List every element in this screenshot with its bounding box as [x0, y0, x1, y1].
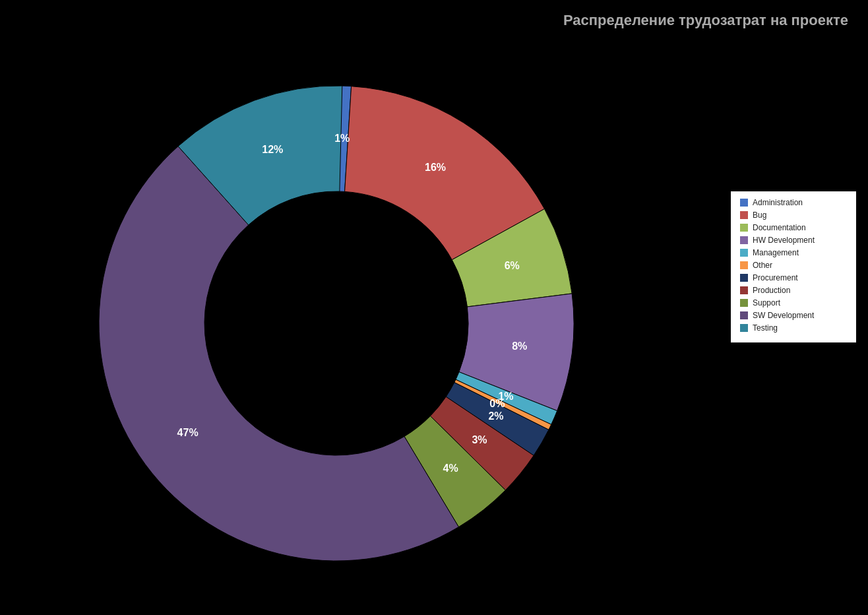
legend-color-box	[740, 324, 748, 332]
legend-label: Bug	[753, 210, 766, 220]
svg-text:3%: 3%	[472, 434, 487, 445]
legend-color-box	[740, 236, 748, 244]
legend-item: HW Development	[740, 236, 847, 245]
legend-color-box	[740, 224, 748, 232]
legend-color-box	[740, 199, 748, 207]
svg-text:16%: 16%	[425, 162, 446, 173]
legend-item: Production	[740, 286, 847, 295]
legend-item: Support	[740, 298, 847, 308]
donut-chart: 1%16%6%8%1%0%2%3%4%47%12%	[13, 40, 706, 600]
legend-label: Procurement	[753, 273, 798, 282]
svg-text:12%: 12%	[262, 144, 283, 155]
svg-text:6%: 6%	[505, 260, 520, 271]
svg-text:2%: 2%	[488, 410, 503, 422]
legend-item: Bug	[740, 210, 847, 220]
svg-text:47%: 47%	[177, 427, 199, 438]
legend-color-box	[740, 249, 748, 257]
legend-item: SW Development	[740, 311, 847, 320]
svg-text:0%: 0%	[489, 398, 505, 409]
legend-color-box	[740, 211, 748, 219]
legend-label: Support	[753, 298, 780, 308]
legend-item: Procurement	[740, 273, 847, 282]
legend-label: Production	[753, 286, 790, 295]
svg-text:8%: 8%	[512, 340, 527, 352]
svg-text:4%: 4%	[443, 463, 458, 474]
legend-color-box	[740, 286, 748, 294]
legend-color-box	[740, 311, 748, 319]
legend-label: Other	[753, 261, 772, 270]
legend-color-box	[740, 299, 748, 307]
legend-color-box	[740, 261, 748, 269]
legend-item: Testing	[740, 323, 847, 333]
legend-label: SW Development	[753, 311, 814, 320]
legend-item: Documentation	[740, 223, 847, 232]
legend-label: HW Development	[753, 236, 815, 245]
legend-item: Administration	[740, 198, 847, 207]
legend-label: Management	[753, 248, 799, 257]
legend: AdministrationBugDocumentationHW Develop…	[731, 191, 856, 342]
legend-label: Testing	[753, 323, 778, 333]
legend-label: Administration	[753, 198, 803, 207]
legend-item: Other	[740, 261, 847, 270]
legend-item: Management	[740, 248, 847, 257]
legend-label: Documentation	[753, 223, 806, 232]
svg-text:1%: 1%	[334, 133, 350, 144]
chart-title: Распределение трудозатрат на проекте	[563, 12, 848, 29]
chart-container: Распределение трудозатрат на проекте 1%1…	[0, 0, 868, 615]
legend-color-box	[740, 274, 748, 282]
